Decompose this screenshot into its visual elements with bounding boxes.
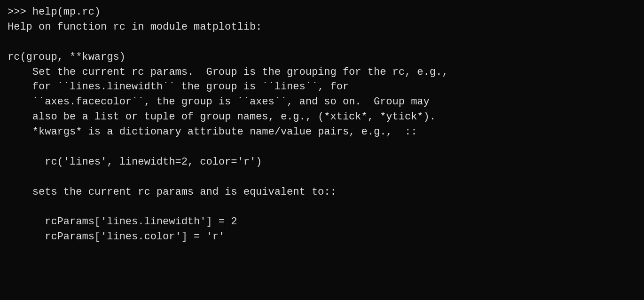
desc3: ``axes.facecolor``, the group is ``axes`… [8,95,636,110]
desc4: also be a list or tuple of group names, … [8,110,636,125]
help-header: Help on function rc in module matplotlib… [8,20,636,35]
example1: rc('lines', linewidth=2, color='r') [8,155,636,170]
example2: rcParams['lines.linewidth'] = 2 [8,214,636,229]
desc2: for ``lines.linewidth`` the group is ``l… [8,79,636,95]
blank4 [8,200,636,215]
desc5: *kwargs* is a dictionary attribute name/… [8,125,636,140]
prompt-line: >>> help(mp.rc) [8,5,636,20]
terminal-window: >>> help(mp.rc)Help on function rc in mo… [8,5,636,295]
signature: rc(group, **kwargs) [8,50,636,65]
example3: rcParams['lines.color'] = 'r' [8,229,636,245]
desc1: Set the current rc params. Group is the … [8,65,636,80]
blank3 [8,170,636,185]
blank1 [8,35,636,50]
blank2 [8,140,636,155]
desc6: sets the current rc params and is equiva… [8,185,636,200]
